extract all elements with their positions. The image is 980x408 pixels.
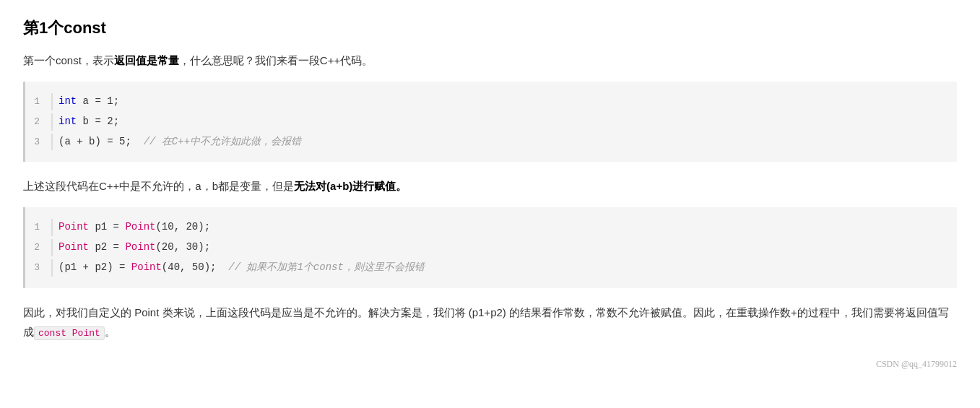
code-content: int a = 1; xyxy=(51,93,957,110)
code-block-2: 1 Point p1 = Point(10, 20); 2 Point p2 =… xyxy=(23,207,957,287)
code-content: (p1 + p2) = Point(40, 50); // 如果不加第1个con… xyxy=(51,259,957,277)
paragraph-3: 因此，对我们自定义的 Point 类来说，上面这段代码是应当是不允许的。解决方案… xyxy=(23,303,957,342)
line-number: 3 xyxy=(25,134,51,150)
para2-prefix: 上述这段代码在C++中是不允许的，a，b都是变量，但是 xyxy=(23,180,294,192)
class-name: Point xyxy=(58,241,89,253)
code-line: 3 (p1 + p2) = Point(40, 50); // 如果不加第1个c… xyxy=(25,258,957,278)
line-number: 3 xyxy=(25,260,51,276)
line-number: 2 xyxy=(25,240,51,256)
code-line: 3 (a + b) = 5; // 在C++中不允许如此做，会报错 xyxy=(25,132,957,152)
para1-prefix: 第一个const，表示 xyxy=(23,54,114,66)
code-block-1: 1 int a = 1; 2 int b = 2; 3 (a + b) = 5;… xyxy=(23,82,957,162)
page-title: 第1个const xyxy=(23,17,957,39)
para1-bold: 返回值是常量 xyxy=(114,54,179,66)
para1-suffix: ，什么意思呢？我们来看一段C++代码。 xyxy=(179,54,373,66)
inline-code: const Point xyxy=(34,326,105,340)
keyword: int xyxy=(58,95,77,107)
paragraph-1: 第一个const，表示返回值是常量，什么意思呢？我们来看一段C++代码。 xyxy=(23,51,957,70)
line-number: 1 xyxy=(25,94,51,110)
para3-text: 因此，对我们自定义的 Point 类来说，上面这段代码是应当是不允许的。解决方案… xyxy=(23,306,949,338)
line-number: 2 xyxy=(25,114,51,130)
class-name: Point xyxy=(125,241,155,253)
code-content: Point p2 = Point(20, 30); xyxy=(51,239,957,256)
class-name: Point xyxy=(58,221,89,233)
paragraph-2: 上述这段代码在C++中是不允许的，a，b都是变量，但是无法对(a+b)进行赋值。 xyxy=(23,176,957,196)
line-number: 1 xyxy=(25,220,51,235)
code-line: 1 int a = 1; xyxy=(25,92,957,112)
footer: CSDN @qq_41799012 xyxy=(23,359,957,370)
code-line: 2 Point p2 = Point(20, 30); xyxy=(25,238,957,258)
code-content: (a + b) = 5; // 在C++中不允许如此做，会报错 xyxy=(51,134,957,151)
keyword: int xyxy=(58,116,77,127)
code-line: 2 int b = 2; xyxy=(25,112,957,132)
code-content: int b = 2; xyxy=(51,113,957,131)
code-content: Point p1 = Point(10, 20); xyxy=(51,219,957,236)
code-line: 1 Point p1 = Point(10, 20); xyxy=(25,217,957,238)
para3-suffix: 。 xyxy=(105,326,116,338)
comment: // 在C++中不允许如此做，会报错 xyxy=(144,136,301,147)
class-name: Point xyxy=(125,221,155,233)
comment: // 如果不加第1个const，则这里不会报错 xyxy=(228,261,425,273)
class-name: Point xyxy=(131,261,162,273)
para2-bold: 无法对(a+b)进行赋值。 xyxy=(294,180,407,192)
